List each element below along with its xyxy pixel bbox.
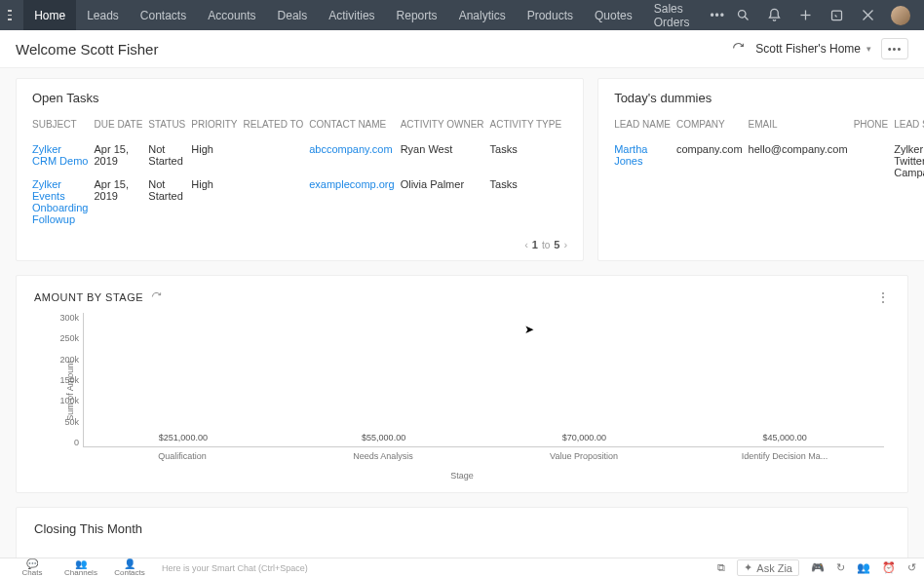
open-tasks-pager: ‹ 1 to 5 ›	[32, 239, 567, 250]
closing-title: Closing This Month	[34, 521, 890, 536]
email-cell: hello@company.com	[749, 137, 854, 184]
column-header[interactable]: CONTACT NAME	[309, 115, 400, 137]
nav-tab-leads[interactable]: Leads	[76, 0, 130, 30]
bb-gamepad-icon[interactable]: 🎮	[811, 561, 825, 574]
open-tasks-table: SUBJECTDUE DATESTATUSPRIORITYRELATED TOC…	[32, 115, 567, 231]
nav-tab-accounts[interactable]: Accounts	[197, 0, 266, 30]
tools-icon[interactable]	[860, 8, 875, 23]
open-tasks-title: Open Tasks	[32, 91, 567, 105]
company-cell: company.com	[676, 137, 749, 184]
open-tasks-card: Open Tasks SUBJECTDUE DATESTATUSPRIORITY…	[16, 78, 584, 261]
bar[interactable]: $55,000.00	[294, 433, 474, 446]
bb-history-icon[interactable]: ↺	[907, 561, 916, 574]
nav-tab-contacts[interactable]: Contacts	[130, 0, 197, 30]
column-header[interactable]: STATUS	[148, 115, 191, 137]
chart-plot: $251,000.00$55,000.00$70,000.00$45,000.0…	[83, 313, 884, 447]
smart-chat-placeholder[interactable]: Here is your Smart Chat (Ctrl+Space)	[162, 563, 308, 573]
nav-tab-sales-orders[interactable]: Sales Orders	[643, 0, 701, 30]
pager-to: 5	[554, 239, 559, 250]
chats-icon: 💬	[26, 559, 38, 569]
bottombar-item-label: Contacts	[114, 569, 145, 577]
bar[interactable]: $251,000.00	[94, 433, 273, 446]
refresh-icon[interactable]	[732, 42, 746, 56]
chart-yticks: 300k250k200k150k100k50k0	[50, 313, 79, 447]
contact-cell[interactable]: examplecomp.org	[309, 173, 400, 231]
xtick: Identify Decision Ma...	[695, 451, 874, 461]
ytick: 250k	[50, 333, 79, 343]
bottom-bar: 💬Chats👥Channels👤Contacts Here is your Sm…	[0, 558, 924, 577]
subject-cell[interactable]: Zylker CRM Demo	[32, 137, 94, 173]
column-header[interactable]: RELATED TO	[244, 115, 310, 137]
nav-tab-products[interactable]: Products	[517, 0, 584, 30]
pager-prev-icon[interactable]: ‹	[524, 239, 528, 250]
due-date-cell: Apr 15, 2019	[94, 173, 148, 231]
header-more-button[interactable]: •••	[881, 38, 908, 59]
bb-screen-icon[interactable]: ⧉	[717, 561, 725, 574]
nav-tab-deals[interactable]: Deals	[267, 0, 319, 30]
todays-dummies-pager: ‹ 1 to 1 ›	[614, 192, 924, 204]
nav-more-icon[interactable]: •••	[700, 9, 735, 22]
nav-tab-reports[interactable]: Reports	[386, 0, 448, 30]
bottombar-item-label: Chats	[22, 569, 43, 577]
chart-xticks: QualificationNeeds AnalysisValue Proposi…	[83, 451, 884, 461]
bottombar-item-channels[interactable]: 👥Channels	[57, 559, 105, 577]
pager-to-label: to	[542, 240, 550, 250]
bb-clock-icon[interactable]: ⏰	[882, 561, 896, 574]
source-cell: Zylker Events Twitter Campaign	[894, 137, 924, 184]
ask-zia-button[interactable]: ✦ Ask Zia	[737, 559, 799, 576]
column-header[interactable]: PHONE	[854, 115, 895, 137]
menu-icon[interactable]	[8, 10, 12, 20]
svg-line-1	[745, 17, 748, 19]
column-header[interactable]: DUE DATE	[94, 115, 148, 137]
nav-tab-quotes[interactable]: Quotes	[584, 0, 643, 30]
amount-by-stage-card: AMOUNT BY STAGE ⋮ Sum of Amount 300k250k…	[16, 275, 908, 493]
nav-tab-analytics[interactable]: Analytics	[448, 0, 517, 30]
column-header[interactable]: EMAIL	[749, 115, 854, 137]
pager-next-icon[interactable]: ›	[563, 239, 567, 250]
bar-value-label: $45,000.00	[763, 433, 807, 442]
calendar-icon[interactable]	[828, 8, 844, 23]
table-row[interactable]: Zylker Events Onboarding FollowupApr 15,…	[32, 173, 567, 231]
ask-zia-label: Ask Zia	[756, 562, 792, 574]
nav-tab-home[interactable]: Home	[23, 0, 76, 30]
bb-people-icon[interactable]: 👥	[857, 561, 870, 574]
home-selector-dropdown[interactable]: Scott Fisher's Home ▾	[755, 42, 871, 56]
contact-cell[interactable]: abccompany.com	[309, 137, 400, 173]
column-header[interactable]: PRIORITY	[191, 115, 243, 137]
bar[interactable]: $45,000.00	[695, 433, 874, 446]
chart-refresh-icon[interactable]	[151, 291, 163, 303]
nav-tab-activities[interactable]: Activities	[318, 0, 385, 30]
column-header[interactable]: LEAD NAME	[614, 115, 676, 137]
bar[interactable]: $70,000.00	[495, 433, 674, 446]
column-header[interactable]: COMPANY	[676, 115, 749, 137]
table-row[interactable]: Zylker CRM DemoApr 15, 2019Not StartedHi…	[32, 137, 567, 173]
plus-icon[interactable]	[797, 8, 813, 23]
bell-icon[interactable]	[766, 8, 782, 23]
due-date-cell: Apr 15, 2019	[94, 137, 148, 173]
svg-rect-4	[831, 11, 841, 19]
ytick: 0	[50, 438, 79, 447]
subject-cell[interactable]: Zylker Events Onboarding Followup	[32, 173, 94, 231]
search-icon[interactable]	[735, 8, 751, 23]
column-header[interactable]: LEAD SOURCE	[894, 115, 924, 137]
ytick: 50k	[50, 417, 79, 427]
bb-sync-icon[interactable]: ↻	[836, 561, 845, 574]
phone-cell	[854, 137, 895, 184]
column-header[interactable]: SUBJECT	[32, 115, 94, 137]
xtick: Value Proposition	[494, 451, 674, 461]
column-header[interactable]: ACTIVITY OWNER	[401, 115, 490, 137]
bottombar-item-chats[interactable]: 💬Chats	[8, 559, 57, 577]
chart-menu-icon[interactable]: ⋮	[876, 289, 890, 305]
contacts-icon: 👤	[124, 559, 135, 569]
status-cell: Not Started	[148, 173, 191, 231]
bottombar-item-contacts[interactable]: 👤Contacts	[105, 559, 154, 577]
xtick: Needs Analysis	[293, 451, 473, 461]
related-to-cell	[244, 137, 310, 173]
owner-cell: Olivia Palmer	[401, 173, 490, 231]
status-cell: Not Started	[148, 137, 191, 173]
svg-point-0	[738, 11, 746, 19]
column-header[interactable]: ACTIVITY TYPE	[490, 115, 568, 137]
avatar[interactable]	[891, 6, 910, 25]
table-row[interactable]: Martha Jonescompany.comhello@company.com…	[614, 137, 924, 184]
lead-name-cell[interactable]: Martha Jones	[614, 137, 676, 184]
